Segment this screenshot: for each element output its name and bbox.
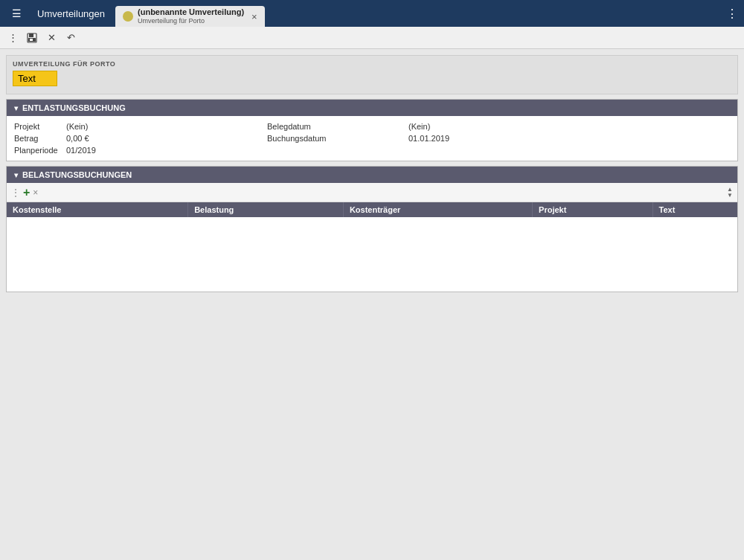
belastungsbuchungen-header[interactable]: ▾ BELASTUNGSBUCHUNGEN <box>7 167 737 183</box>
entlastungsbuchung-header[interactable]: ▾ ENTLASTUNGSBUCHUNG <box>7 100 737 116</box>
empty-table-row <box>7 217 737 292</box>
table-body <box>7 217 737 292</box>
entlastungsbuchung-body: Projekt (Kein) Belegdatum (Kein) Betrag … <box>7 116 737 161</box>
belastung-toolbar: ⋮ + × ▲ ▼ <box>7 183 737 202</box>
content-area: UMVERTEILUNG FÜR PORTO Text ▾ ENTLASTUNG… <box>0 49 744 303</box>
col-projekt: Projekt <box>533 202 652 217</box>
toolbar: ⋮ ✕ ↶ <box>0 27 744 49</box>
hamburger-icon: ☰ <box>12 7 22 19</box>
main-window: ☰ Umverteilungen (unbenannte Umverteilun… <box>0 0 744 560</box>
svg-rect-3 <box>30 39 33 41</box>
header-section: UMVERTEILUNG FÜR PORTO Text <box>6 55 738 94</box>
titlebar-more-button[interactable]: ⋮ <box>726 0 744 27</box>
save-button[interactable] <box>24 30 40 46</box>
tab-close-button[interactable]: × <box>251 11 257 22</box>
header-label: UMVERTEILUNG FÜR PORTO <box>13 60 731 68</box>
col-text: Text <box>652 202 737 217</box>
active-tab[interactable]: (unbenannte Umverteilung) Umverteilung f… <box>115 6 265 27</box>
belegdatum-label: Belegdatum <box>267 122 341 131</box>
betrag-label: Betrag <box>14 134 66 143</box>
menu-button[interactable]: ☰ <box>3 0 30 27</box>
planperiode-value: 01/2019 <box>66 146 155 155</box>
tab-text: (unbenannte Umverteilung) Umverteilung f… <box>138 7 244 25</box>
belegdatum-value: (Kein) <box>408 122 498 131</box>
app-label: Umverteilungen <box>30 0 112 27</box>
tab-title: (unbenannte Umverteilung) <box>138 7 244 17</box>
buchungsdatum-value: 01.01.2019 <box>408 134 498 143</box>
planperiode-label: Planperiode <box>14 146 66 155</box>
projekt-label: Projekt <box>14 122 66 131</box>
form-fields: Projekt (Kein) Belegdatum (Kein) Betrag … <box>14 122 730 155</box>
col-belastung: Belastung <box>188 202 344 217</box>
belastungsbuchungen-section: ▾ BELASTUNGSBUCHUNGEN ⋮ + × ▲ ▼ Kostenst… <box>6 166 738 292</box>
projekt-value: (Kein) <box>66 122 155 131</box>
entlastungsbuchung-title: ENTLASTUNGSBUCHUNG <box>22 103 126 112</box>
delete-button[interactable]: ✕ <box>43 30 60 46</box>
collapse-icon-2: ▾ <box>14 171 18 179</box>
collapse-icon: ▾ <box>14 104 18 112</box>
buchungsdatum-label: Buchungsdatum <box>267 134 341 143</box>
table-header-row: Kostenstelle Belastung Kostenträger Proj… <box>7 202 737 217</box>
scroll-control[interactable]: ▲ ▼ <box>727 187 733 199</box>
titlebar: ☰ Umverteilungen (unbenannte Umverteilun… <box>0 0 744 27</box>
betrag-value: 0,00 € <box>66 134 155 143</box>
svg-rect-1 <box>29 33 33 37</box>
col-kostentraeger: Kostenträger <box>343 202 532 217</box>
delete-row-button[interactable]: × <box>33 187 38 198</box>
dots-menu-icon[interactable]: ⋮ <box>4 30 21 46</box>
belastungsbuchungen-title: BELASTUNGSBUCHUNGEN <box>22 170 132 179</box>
tab-bar: (unbenannte Umverteilung) Umverteilung f… <box>112 0 726 27</box>
undo-button[interactable]: ↶ <box>62 30 79 46</box>
belastung-table: Kostenstelle Belastung Kostenträger Proj… <box>7 202 737 292</box>
tab-icon <box>123 11 133 22</box>
entlastungsbuchung-section: ▾ ENTLASTUNGSBUCHUNG Projekt (Kein) Bele… <box>6 99 738 161</box>
tab-subtitle: Umverteilung für Porto <box>138 17 244 25</box>
col-kostenstelle: Kostenstelle <box>7 202 188 217</box>
add-row-button[interactable]: + <box>23 186 30 199</box>
text-input-field[interactable]: Text <box>13 71 57 86</box>
drag-handle-icon: ⋮ <box>11 187 20 198</box>
